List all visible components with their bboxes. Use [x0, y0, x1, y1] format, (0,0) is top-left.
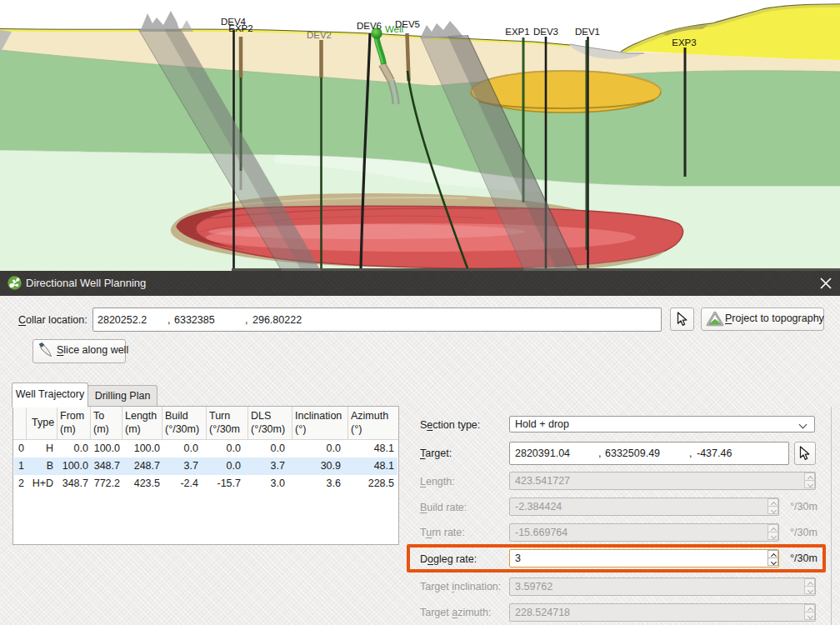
svg-text:DEV3: DEV3: [533, 27, 558, 37]
svg-text:DEV6: DEV6: [357, 21, 382, 31]
svg-text:DEV5: DEV5: [395, 19, 420, 29]
svg-text:DEV2: DEV2: [307, 30, 332, 40]
svg-text:EXP1: EXP1: [505, 27, 529, 37]
svg-text:EXP3: EXP3: [672, 38, 696, 48]
svg-text:DEV1: DEV1: [575, 27, 600, 37]
svg-text:EXP2: EXP2: [228, 23, 252, 33]
